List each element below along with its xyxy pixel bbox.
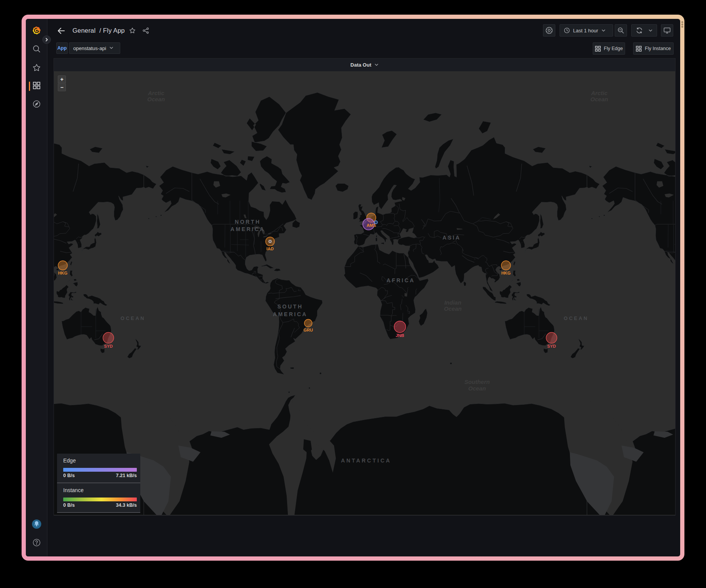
- svg-text:ASIA: ASIA: [442, 235, 461, 241]
- svg-text:HKG: HKG: [501, 271, 511, 275]
- svg-text:SYD: SYD: [547, 344, 556, 348]
- svg-text:Indian: Indian: [444, 299, 461, 306]
- svg-text:Ocean: Ocean: [590, 96, 608, 102]
- svg-text:AMS: AMS: [366, 223, 376, 228]
- svg-text:Ocean: Ocean: [468, 385, 486, 392]
- svg-text:AMERICA: AMERICA: [230, 226, 265, 232]
- svg-text:Arctic: Arctic: [148, 90, 165, 96]
- svg-text:Ocean: Ocean: [147, 96, 165, 102]
- svg-text:HKG: HKG: [58, 271, 67, 275]
- svg-text:JNB: JNB: [396, 333, 404, 338]
- svg-text:Southern: Southern: [464, 379, 490, 385]
- svg-text:Arctic: Arctic: [591, 90, 608, 96]
- svg-text:OCEAN: OCEAN: [564, 315, 588, 321]
- svg-text:IAD: IAD: [266, 246, 274, 251]
- svg-text:NORTH: NORTH: [235, 219, 261, 225]
- svg-text:AMERICA: AMERICA: [273, 311, 308, 317]
- svg-text:SOUTH: SOUTH: [277, 303, 303, 310]
- svg-text:SYD: SYD: [104, 344, 113, 348]
- svg-text:OCEAN: OCEAN: [121, 315, 145, 321]
- svg-text:ANTARCTICA: ANTARCTICA: [341, 457, 392, 464]
- svg-text:AFRICA: AFRICA: [387, 277, 415, 283]
- svg-text:GRU: GRU: [304, 328, 313, 332]
- svg-text:Ocean: Ocean: [444, 305, 462, 312]
